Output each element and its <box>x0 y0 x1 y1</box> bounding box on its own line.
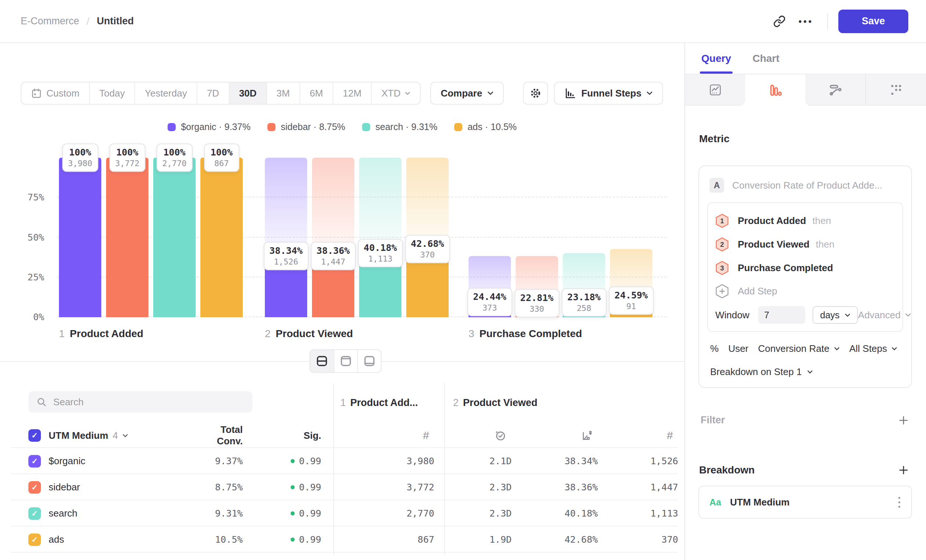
row-checkbox[interactable]: ✓ <box>28 455 48 468</box>
date-range-label: Today <box>100 88 125 99</box>
breakdown-step-dropdown[interactable]: Breakdown on Step 1 <box>707 366 903 378</box>
legend-item-ads[interactable]: ads · 10.5% <box>454 121 516 132</box>
funnel-bar-ads-step1[interactable]: 100%867 <box>200 158 243 317</box>
row-checkbox[interactable]: ✓ <box>28 507 48 520</box>
row-checkbox[interactable]: ✓ <box>28 481 48 494</box>
more-options-button[interactable]: ••• <box>793 9 819 33</box>
metric-type-dropdown[interactable]: Conversion Rate <box>758 343 840 354</box>
add-breakdown-button[interactable] <box>898 465 909 476</box>
breakdown-property-card[interactable]: Aa UTM Medium <box>698 486 912 519</box>
tab-line-chart[interactable] <box>685 74 745 106</box>
kebab-menu-icon[interactable] <box>896 495 902 510</box>
legend-swatch <box>268 123 275 131</box>
row-name: ads <box>48 534 198 545</box>
bar-group-step-3: 24.44%37322.81%33023.18%25824.59%91 <box>469 158 652 317</box>
table-row-search[interactable]: ✓search9.31%0.992,7702.3D40.18%1,113 <box>0 500 684 527</box>
date-range-30d[interactable]: 30D <box>229 83 266 104</box>
funnel-bar-organic-step3[interactable]: 24.44%373 <box>469 158 511 317</box>
step2-count: 1,447 <box>598 482 678 493</box>
date-range-custom[interactable]: Custom <box>21 83 89 104</box>
tab-funnel-chart[interactable] <box>745 74 805 106</box>
chevron-down-icon <box>891 347 897 351</box>
steps-scope-dropdown[interactable]: All Steps <box>849 343 898 354</box>
funnel-bar-search-step3[interactable]: 23.18%258 <box>563 158 605 317</box>
advanced-toggle[interactable]: Advanced <box>858 309 911 321</box>
step-number-hexagon-icon: 1 <box>715 213 729 229</box>
count-column-header-2[interactable]: # <box>598 429 678 442</box>
tab-query[interactable]: Query <box>701 43 731 74</box>
calendar-icon <box>31 88 42 99</box>
solid-bar <box>59 158 101 317</box>
window-value-input[interactable] <box>758 306 805 324</box>
breakdown-count: 4 <box>113 430 118 441</box>
counting-method[interactable]: User <box>728 343 749 354</box>
table-group-header-step1: 1Product Add... <box>340 397 418 409</box>
funnel-bar-sidebar-step3[interactable]: 22.81%330 <box>516 158 558 317</box>
count-column-header[interactable]: # <box>333 429 434 442</box>
bar-value-label: 100%867 <box>204 144 239 172</box>
date-range-xtd[interactable]: XTD <box>371 83 420 104</box>
table-search[interactable] <box>28 391 252 413</box>
funnel-bar-search-step1[interactable]: 100%2,770 <box>153 158 195 317</box>
date-range-yesterday[interactable]: Yesterday <box>135 83 197 104</box>
total-conv-value: 9.31% <box>198 508 243 519</box>
chart-type-dropdown[interactable]: Funnel Steps <box>554 82 663 104</box>
legend-label: search · 9.31% <box>375 121 437 132</box>
legend-swatch <box>168 123 176 131</box>
date-range-12m[interactable]: 12M <box>333 83 371 104</box>
select-all-checkbox[interactable]: ✓ <box>28 429 48 442</box>
add-filter-button[interactable] <box>898 415 909 426</box>
conversion-column-header[interactable] <box>511 430 598 441</box>
query-step-3[interactable]: 3Purchase Completed <box>715 256 895 280</box>
breakdown-column-header[interactable]: UTM Medium 4 <box>48 430 198 441</box>
step-then-connector: then <box>813 239 835 250</box>
save-button[interactable]: Save <box>838 9 908 33</box>
chart-controls: CustomTodayYesterday7D30D3M6M12MXTD Comp… <box>21 82 663 104</box>
table-row-organic[interactable]: ✓$organic9.37%0.993,9802.1D38.34%1,526 <box>0 448 684 474</box>
compare-button[interactable]: Compare <box>430 82 504 104</box>
tab-chart[interactable]: Chart <box>752 43 779 74</box>
top-actions: ••• Save <box>766 9 908 33</box>
breadcrumb-current[interactable]: Untitled <box>97 15 134 27</box>
funnel-bar-organic-step1[interactable]: 100%3,980 <box>59 158 101 317</box>
funnel-bar-ads-step3[interactable]: 24.59%91 <box>610 158 652 317</box>
query-step-2[interactable]: 2Product Viewed then <box>715 233 895 256</box>
total-conv-column-header[interactable]: Total Conv. <box>198 424 243 447</box>
share-link-button[interactable] <box>766 9 793 33</box>
legend-item-organic[interactable]: $organic · 9.37% <box>168 121 250 132</box>
view-toggle-split-view[interactable] <box>310 350 334 372</box>
tab-flow-chart[interactable] <box>805 74 865 106</box>
sig-column-header[interactable]: Sig. <box>243 430 321 441</box>
funnel-bar-search-step2[interactable]: 40.18%1,113 <box>359 158 401 317</box>
legend-item-sidebar[interactable]: sidebar · 8.75% <box>268 121 345 132</box>
window-unit-select[interactable]: days <box>813 306 858 324</box>
funnel-bar-sidebar-step1[interactable]: 100%3,772 <box>106 158 148 317</box>
chart-settings-button[interactable] <box>523 82 548 104</box>
funnel-bar-organic-step2[interactable]: 38.34%1,526 <box>265 158 307 317</box>
add-step-button[interactable]: Add Step <box>715 280 895 303</box>
metric-title-row[interactable]: A Conversion Rate of Product Adde... <box>707 175 903 193</box>
funnel-bar-ads-step2[interactable]: 42.68%370 <box>406 158 449 317</box>
significance-value: 0.99 <box>243 508 321 519</box>
avg-time-value: 2.3D <box>444 482 511 493</box>
query-step-1[interactable]: 1Product Added then <box>715 209 895 233</box>
search-input[interactable] <box>53 397 244 408</box>
view-toggle-top-panel-view[interactable] <box>334 350 357 372</box>
legend-item-search[interactable]: search · 9.31% <box>362 121 437 132</box>
link-icon <box>773 15 786 28</box>
row-checkbox[interactable]: ✓ <box>28 533 48 546</box>
tab-journeys[interactable] <box>865 74 926 106</box>
significance-value: 0.99 <box>243 482 321 493</box>
date-range-3m[interactable]: 3M <box>266 83 300 104</box>
date-range-7d[interactable]: 7D <box>197 83 229 104</box>
table-row-sidebar[interactable]: ✓sidebar8.75%0.993,7722.3D38.36%1,447 <box>0 474 684 500</box>
date-range-today[interactable]: Today <box>89 83 135 104</box>
table-column-divider <box>333 383 334 555</box>
breadcrumb-parent[interactable]: E-Commerce <box>21 15 79 27</box>
chevron-down-icon <box>834 347 840 351</box>
table-row-ads[interactable]: ✓ads10.5%0.998671.9D42.68%370 <box>0 527 684 552</box>
avg-time-column-header[interactable] <box>444 430 511 441</box>
view-toggle-bottom-panel-view[interactable] <box>357 350 381 372</box>
funnel-bar-sidebar-step2[interactable]: 38.36%1,447 <box>312 158 354 317</box>
date-range-6m[interactable]: 6M <box>300 83 333 104</box>
